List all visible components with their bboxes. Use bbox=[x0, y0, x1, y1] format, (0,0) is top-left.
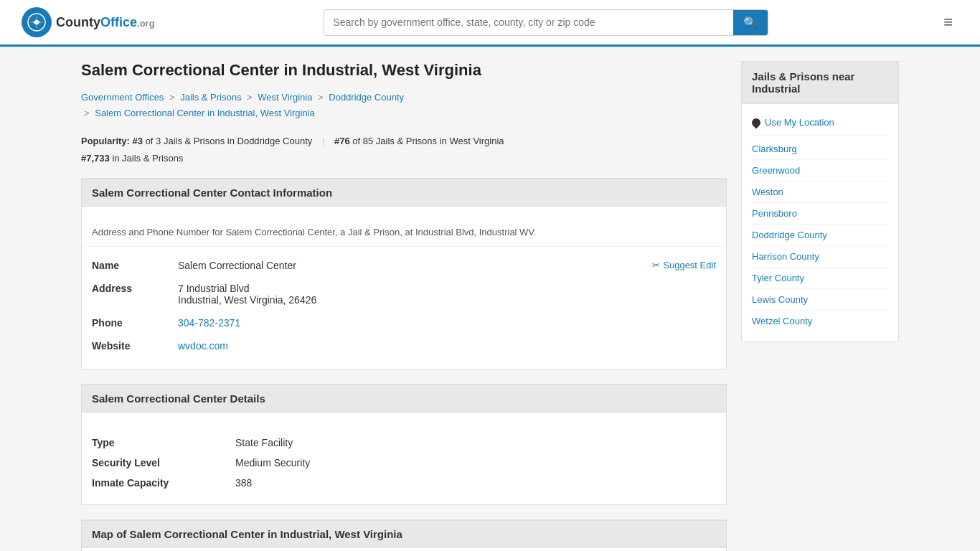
type-label: Type bbox=[92, 437, 235, 448]
address-value: 7 Industrial Blvd Industrial, West Virgi… bbox=[178, 283, 716, 306]
breadcrumb-link-county[interactable]: Doddridge County bbox=[329, 92, 404, 103]
sidebar-link-pennsboro[interactable]: Pennsboro bbox=[752, 203, 888, 225]
security-label: Security Level bbox=[92, 457, 235, 468]
main-layout: Salem Correctional Center in Industrial,… bbox=[60, 61, 920, 551]
contact-table: Name Salem Correctional Center ✂ Suggest… bbox=[82, 247, 726, 369]
sidebar-link-harrison[interactable]: Harrison County bbox=[752, 246, 888, 268]
name-label: Name bbox=[92, 260, 178, 271]
sidebar-link-clarksburg[interactable]: Clarksburg bbox=[752, 138, 888, 160]
suggest-edit-icon: ✂ bbox=[652, 260, 660, 270]
breadcrumb-link-jails[interactable]: Jails & Prisons bbox=[180, 92, 241, 103]
website-label: Website bbox=[92, 340, 178, 352]
phone-row: Phone 304-782-2371 bbox=[92, 311, 716, 334]
type-row: Type State Facility bbox=[92, 433, 716, 453]
breadcrumb-link-govt[interactable]: Government Offices bbox=[81, 92, 164, 103]
contact-section-header: Salem Correctional Center Contact Inform… bbox=[82, 179, 726, 207]
address-row: Address 7 Industrial Blvd Industrial, We… bbox=[92, 277, 716, 311]
site-header: CountyOffice.org 🔍 ≡ bbox=[0, 0, 980, 47]
capacity-value: 388 bbox=[235, 477, 252, 489]
name-row: Name Salem Correctional Center ✂ Suggest… bbox=[92, 254, 716, 277]
security-row: Security Level Medium Security bbox=[92, 453, 716, 473]
sidebar-link-doddridge[interactable]: Doddridge County bbox=[752, 225, 888, 246]
details-table: Type State Facility Security Level Mediu… bbox=[82, 424, 726, 504]
sidebar-link-weston[interactable]: Weston bbox=[752, 182, 888, 203]
content-area: Salem Correctional Center in Industrial,… bbox=[81, 61, 727, 551]
sidebar-title: Jails & Prisons near Industrial bbox=[742, 62, 898, 104]
search-input[interactable] bbox=[324, 11, 733, 34]
search-form: 🔍 bbox=[324, 9, 768, 36]
location-icon bbox=[750, 116, 763, 128]
sidebar-links: Use My Location Clarksburg Greenwood Wes… bbox=[742, 104, 898, 342]
breadcrumb-link-wv[interactable]: West Virginia bbox=[258, 92, 312, 103]
capacity-label: Inmate Capacity bbox=[92, 477, 235, 489]
logo-text: CountyOffice.org bbox=[56, 15, 155, 30]
logo: CountyOffice.org bbox=[22, 7, 155, 37]
search-button[interactable]: 🔍 bbox=[733, 10, 768, 35]
address-label: Address bbox=[92, 283, 178, 294]
hamburger-icon: ≡ bbox=[943, 13, 953, 31]
contact-description: Address and Phone Number for Salem Corre… bbox=[82, 218, 726, 247]
website-link[interactable]: wvdoc.com bbox=[178, 340, 228, 352]
website-row: Website wvdoc.com bbox=[92, 334, 716, 357]
sidebar-link-wetzel[interactable]: Wetzel County bbox=[752, 311, 888, 331]
map-section-header: Map of Salem Correctional Center in Indu… bbox=[82, 520, 726, 548]
sidebar-link-lewis[interactable]: Lewis County bbox=[752, 289, 888, 311]
popularity-section: Popularity: #3 of 3 Jails & Prisons in D… bbox=[81, 133, 727, 166]
contact-section: Salem Correctional Center Contact Inform… bbox=[81, 178, 727, 369]
sidebar-box: Jails & Prisons near Industrial Use My L… bbox=[741, 61, 899, 342]
search-icon: 🔍 bbox=[743, 17, 758, 29]
website-value: wvdoc.com bbox=[178, 340, 716, 352]
type-value: State Facility bbox=[235, 437, 293, 448]
sidebar-link-greenwood[interactable]: Greenwood bbox=[752, 160, 888, 182]
phone-value: 304-782-2371 bbox=[178, 317, 716, 329]
logo-icon bbox=[22, 7, 52, 37]
breadcrumb: Government Offices > Jails & Prisons > W… bbox=[81, 90, 727, 121]
menu-button[interactable]: ≡ bbox=[938, 10, 958, 34]
map-section: Map of Salem Correctional Center in Indu… bbox=[81, 519, 727, 551]
suggest-edit-link[interactable]: ✂ Suggest Edit bbox=[652, 260, 716, 270]
sidebar-link-tyler[interactable]: Tyler County bbox=[752, 268, 888, 289]
details-section-header: Salem Correctional Center Details bbox=[82, 385, 726, 413]
name-value: Salem Correctional Center bbox=[178, 260, 652, 271]
phone-link[interactable]: 304-782-2371 bbox=[178, 317, 240, 329]
phone-label: Phone bbox=[92, 317, 178, 329]
sidebar: Jails & Prisons near Industrial Use My L… bbox=[741, 61, 899, 551]
capacity-row: Inmate Capacity 388 bbox=[92, 473, 716, 493]
breadcrumb-link-facility[interactable]: Salem Correctional Center in Industrial,… bbox=[95, 108, 315, 118]
use-location-link[interactable]: Use My Location bbox=[752, 110, 888, 136]
details-section: Salem Correctional Center Details Type S… bbox=[81, 384, 727, 505]
page-title: Salem Correctional Center in Industrial,… bbox=[81, 61, 727, 80]
security-value: Medium Security bbox=[235, 457, 310, 468]
